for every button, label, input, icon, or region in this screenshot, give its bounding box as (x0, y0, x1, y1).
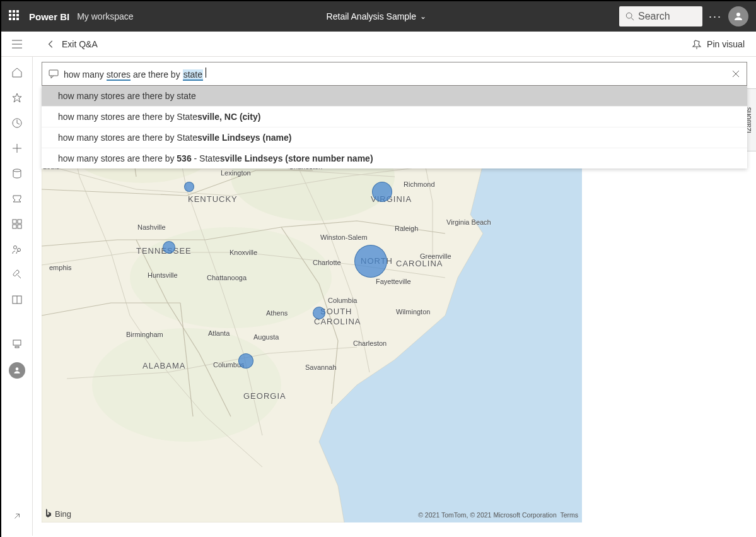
svg-line-1 (631, 18, 634, 20)
qa-input[interactable]: how many stores are there by state (42, 62, 747, 86)
text-cursor (206, 68, 206, 78)
svg-line-17 (18, 275, 21, 278)
city-label: Virginia Beach (446, 218, 491, 226)
global-header: Power BI My workspace Retail Analysis Sa… (1, 1, 756, 32)
clear-input-icon[interactable] (731, 69, 740, 78)
user-avatar[interactable] (728, 6, 748, 27)
city-label: emphis (49, 264, 71, 271)
report-title-switcher[interactable]: Retail Analysis Sample ⌄ (327, 11, 426, 21)
city-label: Columbia (328, 297, 357, 304)
data-bubble[interactable] (238, 353, 253, 369)
map-attribution: © 2021 TomTom, © 2021 Microsoft Corporat… (418, 511, 578, 519)
chevron-left-icon (47, 40, 55, 49)
action-bar: Exit Q&A Pin visual (1, 32, 756, 57)
svg-rect-11 (13, 220, 16, 223)
data-bubble[interactable] (372, 182, 392, 202)
qa-suggestions-dropdown: how many stores are there by state how m… (42, 86, 747, 168)
city-label: Savannah (305, 363, 337, 371)
qa-suggestion[interactable]: how many stores are there by Statesville… (42, 127, 747, 148)
learn-icon[interactable] (10, 293, 24, 307)
svg-point-22 (15, 367, 18, 370)
qa-text-state: state (183, 69, 203, 81)
brand-label: Power BI (29, 11, 69, 22)
pin-visual-button[interactable]: Pin visual (692, 39, 745, 49)
apps-icon[interactable] (10, 217, 24, 231)
pin-icon (692, 39, 702, 49)
recent-icon[interactable] (10, 116, 24, 130)
search-icon (625, 12, 634, 21)
city-label: Athens (266, 309, 288, 317)
qa-text-prefix: how many (64, 69, 104, 80)
svg-rect-21 (15, 346, 19, 348)
state-label: CAROLINA (396, 259, 443, 268)
app-launcher-icon[interactable] (9, 10, 21, 23)
report-title: Retail Analysis Sample (327, 11, 416, 21)
state-label: GEORGIA (243, 391, 286, 401)
state-label: ALABAMA (142, 361, 185, 370)
data-bubble[interactable] (354, 245, 387, 278)
city-label: Lexington (221, 169, 251, 177)
city-label: Winston-Salem (320, 233, 368, 241)
svg-rect-13 (13, 225, 16, 228)
favorites-icon[interactable] (10, 91, 24, 105)
city-label: Huntsville (148, 271, 178, 279)
svg-point-0 (626, 13, 632, 18)
data-bubble[interactable] (184, 182, 194, 192)
city-label: Birmingham (126, 331, 163, 338)
city-label: Atlanta (208, 329, 230, 337)
deployment-icon[interactable] (10, 268, 24, 281)
qa-text-stores: stores (107, 69, 131, 81)
global-search-input[interactable]: Search (619, 6, 702, 27)
city-label: Charleston (353, 339, 387, 347)
pin-visual-label: Pin visual (707, 39, 745, 49)
svg-point-29 (92, 328, 281, 442)
shared-icon[interactable] (10, 242, 24, 256)
svg-rect-23 (49, 70, 58, 76)
qa-suggestion[interactable]: how many stores are there by 536 - State… (42, 148, 747, 168)
svg-point-2 (736, 13, 740, 16)
qa-text-mid: are there by (133, 69, 180, 80)
svg-point-15 (13, 246, 16, 249)
qa-input-container: how many stores are there by state how m… (42, 62, 747, 168)
get-data-icon[interactable] (13, 512, 21, 523)
chevron-down-icon: ⌄ (420, 12, 426, 21)
city-label: Nashville (137, 223, 166, 231)
nav-toggle-icon[interactable] (1, 32, 33, 57)
city-label: Wilmington (396, 308, 430, 316)
more-options-icon[interactable]: ··· (709, 11, 722, 22)
bing-logo: Bing (44, 509, 71, 519)
state-label: KENTUCKY (188, 194, 238, 204)
svg-rect-20 (13, 340, 21, 345)
bing-label: Bing (55, 509, 71, 519)
city-label: Charlotte (313, 259, 341, 266)
data-bubble[interactable] (313, 307, 325, 319)
left-nav-rail (1, 57, 33, 536)
datasets-icon[interactable] (10, 167, 24, 180)
city-label: Fayetteville (376, 278, 411, 285)
goals-icon[interactable] (10, 192, 24, 206)
city-label: Augusta (253, 333, 279, 341)
svg-point-10 (13, 169, 21, 172)
city-label: Knoxville (230, 249, 257, 256)
workspace-label[interactable]: My workspace (77, 11, 133, 21)
my-workspace-icon[interactable] (9, 362, 25, 379)
city-label: Richmond (404, 180, 435, 188)
exit-qa-label: Exit Q&A (62, 39, 98, 49)
data-bubble[interactable] (163, 241, 175, 254)
create-icon[interactable] (10, 141, 24, 155)
chat-icon (49, 69, 59, 79)
qa-suggestion[interactable]: how many stores are there by Statesville… (42, 106, 747, 127)
search-placeholder: Search (638, 11, 670, 22)
city-label: Raleigh (395, 225, 418, 232)
qa-suggestion[interactable]: how many stores are there by state (42, 86, 747, 106)
exit-qa-button[interactable]: Exit Q&A (47, 39, 98, 49)
terms-link[interactable]: Terms (560, 511, 578, 519)
home-icon[interactable] (10, 66, 24, 80)
svg-rect-12 (18, 220, 21, 223)
svg-rect-14 (18, 225, 21, 228)
city-label: Chattanooga (207, 274, 247, 281)
city-label: Greenville (420, 252, 451, 260)
workspaces-icon[interactable] (10, 337, 24, 351)
